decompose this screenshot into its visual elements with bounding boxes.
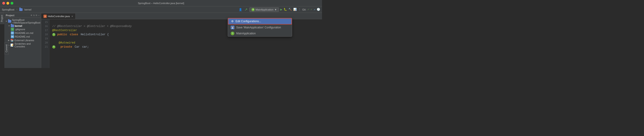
project-tab-label: Project: [1, 15, 3, 22]
line-numbers: 15 16 17 18 19 20 21: [41, 19, 50, 68]
edit-configurations-item[interactable]: ⚙ Edit Configurations...: [228, 18, 292, 24]
readme-label: README.md: [15, 35, 30, 38]
sidebar-item-readme-en[interactable]: MD README.en.md: [4, 31, 41, 35]
kernel-folder-icon: [19, 8, 22, 11]
expand-icon[interactable]: ⇅: [33, 14, 35, 17]
window-title: SpringBoot – HelloController.java [kerne…: [138, 2, 184, 4]
line-num-17: 17: [41, 28, 48, 33]
add-icon[interactable]: ⊕: [31, 14, 32, 17]
springboot-label: SpringBoot ~/WorkSpace/SpringBoot: [12, 18, 40, 24]
debug-button[interactable]: 🐛: [284, 8, 287, 11]
toolbar-left: SpringBoot › kernel: [2, 8, 31, 11]
main-app-label: MainApplication: [236, 32, 256, 35]
git-push-icon[interactable]: ↗: [314, 8, 315, 11]
sidebar-title: Project: [6, 14, 14, 17]
edit-config-label: Edit Configurations...: [236, 20, 261, 23]
chevron-down-kernel-icon: ▼: [8, 25, 10, 27]
minimize-sidebar-icon[interactable]: —: [38, 14, 40, 17]
autowired-annotation: @Autowired: [59, 41, 75, 45]
line-num-20: 20: [41, 41, 48, 45]
car-field: car;: [82, 45, 89, 49]
tab-close-icon[interactable]: ✕: [71, 15, 73, 18]
rest-controller-annotation: @RestController: [52, 28, 77, 33]
git-label: Git:: [302, 8, 306, 11]
readme-en-icon: MD: [11, 31, 14, 35]
code-line-20: @Autowired: [52, 41, 319, 45]
maximize-button[interactable]: [10, 2, 13, 4]
public-keyword: public: [57, 33, 69, 37]
line-num-15: 15: [41, 20, 48, 24]
chevron-ext-icon: ▶: [8, 39, 10, 41]
main-app-icon: 🍃: [231, 32, 234, 35]
java-file-icon: J: [44, 15, 47, 18]
sidebar-item-springboot[interactable]: ▼ SpringBoot ~/WorkSpace/SpringBoot: [4, 18, 41, 24]
line-num-19: 19: [41, 37, 48, 41]
main-app-item[interactable]: 🍃 MainApplication: [228, 30, 292, 36]
sidebar-content: ▼ SpringBoot ~/WorkSpace/SpringBoot ▼ ke…: [4, 18, 41, 49]
tab-hello-controller[interactable]: J HelloController.java ✕: [41, 13, 76, 19]
scratches-label: Scratches and Consoles: [14, 42, 40, 48]
line-num-18: 18: [41, 33, 48, 37]
vcs-icon[interactable]: ↗: [244, 7, 248, 12]
class-name: HelloController {: [81, 33, 109, 37]
comment-text: // @RestController = @Controller + @Resp…: [52, 24, 132, 28]
sidebar-item-scratches[interactable]: ▶ 📝 Scratches and Consoles: [4, 42, 41, 48]
class-keyword: class: [70, 33, 80, 37]
profile-button[interactable]: 📊: [293, 8, 297, 11]
git-check-icon: ✓: [308, 8, 309, 11]
minimize-button[interactable]: [6, 2, 9, 4]
breadcrumb-kernel[interactable]: kernel: [24, 8, 31, 11]
save-config-label: Save 'MainApplication' Configuration: [236, 26, 281, 29]
sidebar-item-ext-libs[interactable]: ▶ 📚 External Libraries: [4, 38, 41, 42]
spring-field-icon: 🍃: [52, 45, 56, 49]
kernel-icon: [11, 24, 14, 27]
run-config-menu: ⚙ Edit Configurations... 💾 Save 'MainApp…: [228, 18, 292, 37]
spring-class-icon: 🍃: [52, 33, 56, 36]
sidebar: Project ⊕ ⇅ ⚙ — ▼ SpringBoot ~/WorkSpace…: [4, 13, 41, 68]
dropdown-arrow-icon: ▼: [274, 8, 277, 11]
code-line-21: 🍃 private Car car;: [52, 45, 319, 49]
car-type: Car: [75, 45, 82, 49]
ext-libs-icon: 📚: [10, 39, 14, 42]
springboot-folder-icon: [8, 20, 11, 23]
save-config-item[interactable]: 💾 Save 'MainApplication' Configuration: [228, 24, 292, 30]
breadcrumb-separator: ›: [16, 8, 18, 11]
tab-label: HelloController.java: [48, 15, 70, 18]
user-icon[interactable]: 👤: [238, 7, 243, 12]
title-bar: SpringBoot – HelloController.java [kerne…: [0, 0, 322, 6]
traffic-lights: [2, 2, 13, 4]
readme-icon: MD: [11, 35, 14, 38]
run-button[interactable]: ▶: [280, 7, 282, 11]
more-button[interactable]: ⋮: [298, 8, 301, 11]
build-button[interactable]: 🔨: [288, 8, 292, 11]
sidebar-header: Project ⊕ ⇅ ⚙ —: [4, 13, 41, 18]
run-config-dropdown[interactable]: ⚙ MainApplication ▼: [249, 7, 279, 12]
settings-icon[interactable]: ⚙: [36, 14, 37, 17]
toolbar-right: 👤 ↗ ⚙ MainApplication ▼ ▶ 🐛 🔨 📊 ⋮ Git: ✓…: [238, 7, 320, 12]
breadcrumb-project[interactable]: SpringBoot: [2, 8, 14, 11]
line-num-16: 16: [41, 24, 48, 28]
gitignore-label: .gitignore: [15, 28, 25, 31]
sidebar-actions: ⊕ ⇅ ⚙ —: [31, 14, 40, 17]
sidebar-item-readme[interactable]: MD README.md: [4, 35, 41, 38]
top-toolbar: SpringBoot › kernel 👤 ↗ ⚙ MainApplicatio…: [0, 6, 322, 13]
save-icon: 💾: [231, 26, 234, 29]
sidebar-item-gitignore[interactable]: 🔧 .gitignore: [4, 27, 41, 31]
spring-run-icon: ⚙: [252, 8, 254, 11]
sidebar-commit-tab[interactable]: Commit: [4, 42, 9, 54]
line-num-21: 21: [41, 45, 48, 49]
scratches-icon: 📝: [10, 44, 14, 47]
sidebar-item-kernel[interactable]: ▼ kernel: [4, 24, 41, 27]
close-button[interactable]: [2, 2, 5, 4]
chevron-down-icon: ▼: [5, 20, 7, 22]
commit-tab-label: Commit: [5, 44, 8, 52]
git-history-icon[interactable]: 🕐: [317, 8, 320, 11]
private-keyword: private: [60, 45, 74, 49]
readme-en-label: README.en.md: [15, 32, 33, 34]
sidebar-project-tab[interactable]: Project: [0, 13, 4, 24]
gitignore-icon: 🔧: [11, 28, 14, 31]
run-config-label: MainApplication: [256, 8, 274, 11]
kernel-label: kernel: [15, 24, 22, 27]
code-line-19: [52, 37, 319, 41]
git-check2-icon: ✓: [311, 8, 312, 11]
